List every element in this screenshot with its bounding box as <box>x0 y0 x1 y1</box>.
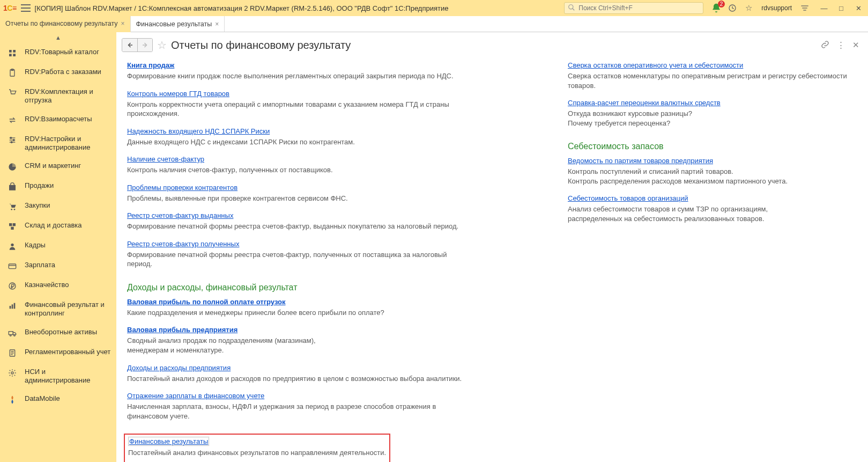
sidebar-item[interactable]: DataMobile <box>0 390 116 409</box>
grid-icon <box>8 48 17 58</box>
sidebar-item-label: Казначейство <box>25 281 69 289</box>
svg-rect-28 <box>12 304 13 309</box>
sidebar-item-label: CRM и маркетинг <box>25 162 81 170</box>
search-input[interactable] <box>578 4 700 12</box>
sidebar-item[interactable]: Регламентированный учет <box>0 343 116 363</box>
window-maximize-icon[interactable]: □ <box>835 3 848 13</box>
report-link[interactable]: Доходы и расходы предприятия <box>127 364 231 372</box>
more-menu-icon[interactable]: ⋮ <box>837 40 845 50</box>
menu-burger-icon[interactable] <box>21 4 31 12</box>
report-description: Контроль корректности учета операций с и… <box>127 100 470 119</box>
pie-icon <box>8 162 17 172</box>
cart2-icon <box>8 202 17 211</box>
report-link[interactable]: Себестоимость товаров организаций <box>568 194 688 202</box>
nav-forward-button[interactable] <box>137 39 152 52</box>
search-icon <box>568 4 575 13</box>
report-link[interactable]: Сверка остатков оперативного учета и себ… <box>568 61 743 69</box>
user-name[interactable]: rdvsupport <box>759 4 794 12</box>
page-title: Отчеты по финансовому результату <box>171 39 351 52</box>
sidebar-item[interactable]: Казначейство <box>0 276 116 296</box>
content-area: Книга продажФормирование книги продаж по… <box>116 54 868 462</box>
link-icon[interactable] <box>821 40 829 50</box>
sliders-icon <box>8 135 17 145</box>
notifications-bell-icon[interactable]: 2 <box>711 3 722 13</box>
sidebar-item[interactable]: Продажи <box>0 177 116 196</box>
report-link[interactable]: Ведомость по партиям товаров предприятия <box>568 157 713 165</box>
sidebar-item[interactable]: НСИ и администрирование <box>0 363 116 390</box>
svg-rect-6 <box>9 50 12 53</box>
report-link[interactable]: Отражение зарплаты в финансовом учете <box>127 392 264 400</box>
tab-item[interactable]: Отчеты по финансовому результату× <box>0 16 131 32</box>
tab-label: Финансовые результаты <box>136 20 212 28</box>
svg-point-18 <box>11 209 12 210</box>
report-link[interactable]: Книга продаж <box>127 61 174 69</box>
report-item: Книга продажФормирование книги продаж по… <box>127 61 546 81</box>
sidebar-item[interactable]: Внеоборотные активы <box>0 323 116 343</box>
tab-item[interactable]: Финансовые результаты× <box>131 16 225 32</box>
report-link[interactable]: Финансовые результаты <box>128 437 209 446</box>
sidebar-item[interactable]: RDV:Работа с заказами <box>0 63 116 83</box>
sidebar-item-label: RDV:Работа с заказами <box>25 68 101 76</box>
report-item: Справка-расчет переоценки валютных средс… <box>568 99 857 128</box>
report-item: Отражение зарплаты в финансовом учетеНач… <box>127 392 546 421</box>
report-link[interactable]: Валовая прибыль предприятия <box>127 326 238 334</box>
report-item: Себестоимость товаров организацийАнализ … <box>568 194 857 223</box>
report-link[interactable]: Надежность входящего НДС 1СПАРК Риски <box>127 127 270 135</box>
report-link[interactable]: Справка-расчет переоценки валютных средс… <box>568 99 721 107</box>
sidebar-item-label: Финансовый результат и контроллинг <box>25 300 111 318</box>
sidebar-item[interactable]: Склад и доставка <box>0 216 116 236</box>
tab-close-icon[interactable]: × <box>215 20 219 28</box>
report-link[interactable]: Наличие счетов-фактур <box>127 155 204 163</box>
sidebar-item-label: RDV:Товарный каталог <box>25 48 99 56</box>
svg-line-1 <box>573 8 575 10</box>
sidebar-item[interactable]: RDV:Товарный каталог <box>0 43 116 63</box>
history-icon[interactable] <box>727 3 738 13</box>
favorite-toggle-icon[interactable]: ☆ <box>157 39 167 52</box>
sidebar-item[interactable]: Кадры <box>0 236 116 256</box>
settings-menu-icon[interactable] <box>799 3 810 13</box>
svg-rect-9 <box>13 54 16 56</box>
sidebar-item[interactable]: CRM и маркетинг <box>0 157 116 177</box>
report-link[interactable]: Валовая прибыль по полной оплате отгрузо… <box>127 298 286 306</box>
report-link[interactable]: Контроль номеров ГТД товаров <box>127 90 229 98</box>
svg-rect-30 <box>9 331 13 334</box>
ruble-icon <box>8 281 17 291</box>
report-link[interactable]: Реестр счетов-фактур полученных <box>127 240 239 248</box>
sidebar-item[interactable]: Закупки <box>0 196 116 216</box>
tab-strip: Отчеты по финансовому результату×Финансо… <box>0 16 868 32</box>
report-description: Сверка остатков номенклатуры по оператив… <box>568 71 857 90</box>
tab-close-icon[interactable]: × <box>121 20 125 27</box>
report-item: Контроль номеров ГТД товаровКонтроль кор… <box>127 90 546 119</box>
main-panel: ☆ Отчеты по финансовому результату ⋮ ✕ К… <box>116 32 868 462</box>
report-description: Анализ себестоимости товаров и сумм ТЗР … <box>568 204 857 223</box>
svg-point-15 <box>10 137 12 138</box>
report-link[interactable]: Реестр счетов-фактур выданных <box>127 211 233 219</box>
sidebar-item[interactable]: RDV:Взаиморасчеты <box>0 110 116 130</box>
favorites-star-icon[interactable]: ☆ <box>743 3 754 13</box>
report-description: Начисленная зарплата, взносы, НДФЛ и уде… <box>127 402 470 421</box>
sidebar-item[interactable]: RDV:Настройки и администрирование <box>0 130 116 157</box>
window-title: [КОПИЯ] Шаблон RDV.Маркет / 1С:Комплексн… <box>35 4 449 12</box>
sidebar-item-label: Регламентированный учет <box>25 348 110 356</box>
sidebar-item-label: Продажи <box>25 181 54 190</box>
global-search[interactable] <box>564 2 703 14</box>
report-link[interactable]: Проблемы проверки контрагентов <box>127 184 238 192</box>
svg-point-37 <box>11 372 13 374</box>
close-panel-icon[interactable]: ✕ <box>852 40 859 50</box>
sidebar-item-label: Внеоборотные активы <box>25 328 97 336</box>
svg-point-32 <box>14 334 16 336</box>
sidebar-collapse-icon[interactable]: ▲ <box>0 32 116 43</box>
report-description: Формирование книги продаж после выполнен… <box>127 71 470 81</box>
report-description: Сводный анализ продаж по подразделениям … <box>127 336 470 355</box>
window-close-icon[interactable]: ✕ <box>852 3 865 13</box>
report-item: Валовая прибыль предприятияСводный анали… <box>127 326 546 355</box>
nav-back-button[interactable] <box>122 39 137 52</box>
exchange-icon <box>8 115 17 125</box>
report-item: Реестр счетов-фактур полученныхФормирова… <box>127 240 546 269</box>
sidebar-item-label: НСИ и администрирование <box>25 368 111 385</box>
sidebar-item[interactable]: Зарплата <box>0 256 116 276</box>
sidebar-item[interactable]: Финансовый результат и контроллинг <box>0 296 116 323</box>
window-minimize-icon[interactable]: — <box>818 3 830 13</box>
sidebar-item[interactable]: RDV:Комплектация и отгрузка <box>0 83 116 110</box>
sidebar-item-label: Кадры <box>25 241 46 250</box>
